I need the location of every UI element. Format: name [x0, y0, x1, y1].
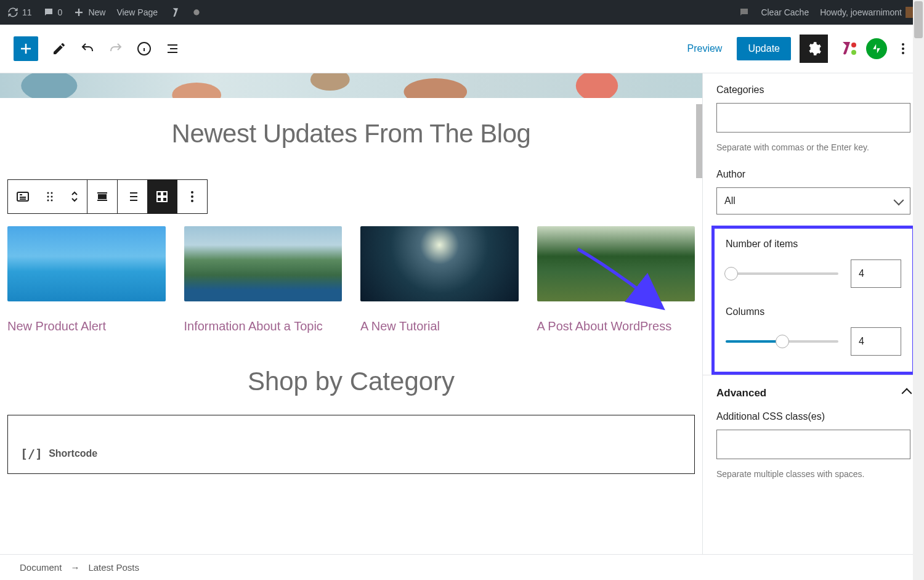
admin-bar-comments[interactable]: 0 — [43, 7, 63, 18]
admin-bar-view-page[interactable]: View Page — [116, 7, 158, 17]
updates-count: 11 — [22, 7, 32, 17]
block-settings-sidebar: Categories Separate with commas or the E… — [702, 73, 924, 554]
shortcode-icon: [/] — [20, 446, 43, 461]
admin-bar-clear-cache[interactable]: Clear Cache — [761, 7, 809, 17]
shortcode-block[interactable]: [/] Shortcode — [7, 415, 695, 474]
list-view-icon — [125, 189, 140, 204]
svg-rect-19 — [99, 195, 106, 198]
page-scrollbar[interactable] — [913, 0, 924, 580]
outline-button[interactable] — [165, 41, 180, 56]
admin-bar-status-dot[interactable] — [192, 8, 201, 17]
post-card[interactable]: New Product Alert — [7, 226, 166, 336]
circle-icon — [192, 8, 201, 17]
svg-point-13 — [47, 192, 49, 194]
plus-icon — [73, 7, 84, 18]
post-card[interactable]: A Post About WordPress — [537, 226, 695, 336]
columns-value[interactable]: 4 — [851, 327, 901, 356]
yoast-icon — [169, 6, 181, 18]
svg-rect-22 — [157, 197, 161, 202]
redo-button[interactable] — [108, 41, 123, 56]
columns-control: 4 — [726, 327, 901, 356]
info-icon — [137, 41, 152, 56]
categories-label: Categories — [716, 84, 910, 96]
post-thumbnail — [184, 226, 342, 301]
breadcrumb-leaf[interactable]: Latest Posts — [88, 562, 139, 573]
svg-point-6 — [902, 52, 904, 54]
speech-icon — [739, 7, 750, 18]
svg-point-10 — [404, 78, 468, 98]
post-title[interactable]: A New Tutorial — [360, 316, 519, 336]
scrollbar-thumb[interactable] — [696, 104, 702, 178]
canvas-scrollbar[interactable] — [696, 73, 702, 554]
number-of-items-slider[interactable] — [726, 272, 838, 275]
svg-point-24 — [191, 191, 193, 194]
author-value: All — [724, 195, 736, 206]
add-block-button[interactable] — [14, 36, 38, 61]
hero-image-strip — [0, 73, 702, 98]
svg-point-16 — [51, 196, 53, 198]
refresh-icon — [7, 7, 18, 18]
slider-thumb[interactable] — [776, 335, 789, 348]
grid-view-icon — [155, 189, 169, 204]
admin-bar-notifications[interactable] — [739, 7, 750, 18]
section-heading-blog: Newest Updates From The Blog — [0, 119, 702, 149]
block-more-button[interactable] — [177, 180, 207, 213]
admin-bar-new[interactable]: New — [73, 7, 105, 18]
yoast-button[interactable] — [837, 38, 857, 59]
admin-bar-my-account[interactable]: Howdy, joewarnimont — [820, 7, 917, 18]
update-button[interactable]: Update — [737, 37, 791, 60]
info-button[interactable] — [137, 41, 152, 56]
breadcrumb-separator: → — [70, 562, 79, 573]
advanced-panel-toggle[interactable]: Advanced — [703, 375, 924, 411]
redo-icon — [108, 41, 123, 56]
more-menu-button[interactable] — [896, 41, 910, 56]
categories-input[interactable] — [716, 103, 910, 133]
list-view-button[interactable] — [118, 180, 147, 213]
editor-canvas[interactable]: Newest Updates From The Blog — [0, 73, 702, 554]
columns-slider[interactable] — [726, 340, 838, 343]
latest-posts-grid[interactable]: New Product Alert Information About a To… — [0, 214, 702, 361]
post-card[interactable]: A New Tutorial — [360, 226, 519, 336]
main-area: Newest Updates From The Blog — [0, 73, 924, 554]
admin-bar-updates[interactable]: 11 — [7, 7, 32, 18]
preview-link[interactable]: Preview — [681, 38, 729, 59]
svg-rect-23 — [163, 197, 167, 202]
svg-point-2 — [851, 43, 856, 47]
block-type-button[interactable] — [8, 180, 38, 213]
post-title[interactable]: New Product Alert — [7, 316, 166, 336]
advanced-label: Advanced — [716, 387, 766, 399]
shortcode-label: Shortcode — [49, 448, 97, 459]
undo-button[interactable] — [80, 41, 95, 56]
breadcrumb-root[interactable]: Document — [20, 562, 62, 573]
admin-bar-yoast[interactable] — [169, 6, 181, 18]
grid-view-button[interactable] — [147, 180, 177, 213]
align-button[interactable] — [87, 180, 117, 213]
editor-header: Preview Update — [0, 25, 924, 73]
number-of-items-value[interactable]: 4 — [851, 259, 901, 288]
svg-point-5 — [902, 47, 904, 50]
post-title[interactable]: Information About a Topic — [184, 316, 342, 336]
css-classes-help: Separate multiple classes with spaces. — [716, 468, 910, 481]
block-toolbar — [7, 179, 208, 214]
svg-point-9 — [310, 73, 350, 91]
move-up-down[interactable] — [62, 180, 87, 213]
css-classes-input[interactable] — [716, 430, 910, 459]
css-classes-label: Additional CSS class(es) — [716, 411, 910, 422]
jetpack-button[interactable] — [866, 38, 887, 59]
scrollbar-thumb[interactable] — [914, 1, 923, 38]
new-label: New — [88, 7, 105, 17]
align-icon — [95, 189, 110, 204]
svg-point-11 — [576, 73, 618, 98]
plus-icon — [18, 41, 33, 56]
chevron-down-icon — [895, 195, 902, 206]
gear-icon — [806, 41, 822, 57]
settings-button[interactable] — [800, 35, 828, 63]
edit-tool-button[interactable] — [52, 41, 67, 56]
slider-thumb[interactable] — [724, 267, 738, 280]
post-thumbnail — [7, 226, 166, 301]
author-select[interactable]: All — [716, 187, 910, 214]
post-title[interactable]: A Post About WordPress — [537, 316, 695, 336]
post-card[interactable]: Information About a Topic — [184, 226, 342, 336]
drag-handle[interactable] — [38, 180, 62, 213]
comments-count: 0 — [58, 7, 63, 17]
